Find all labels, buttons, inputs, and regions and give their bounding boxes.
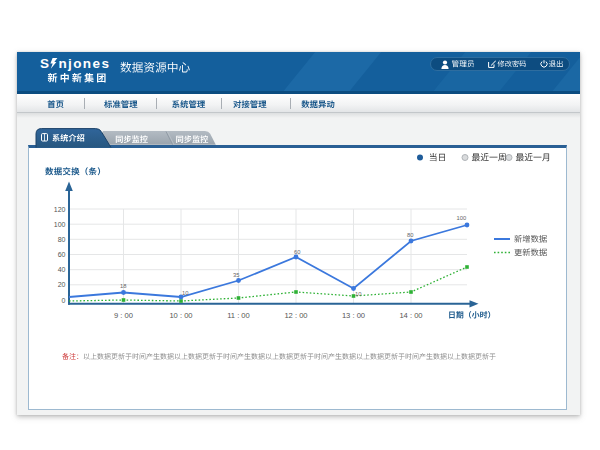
svg-text:12 : 00: 12 : 00 — [284, 311, 307, 320]
svg-text:18: 18 — [120, 283, 126, 289]
svg-text:120: 120 — [54, 206, 66, 213]
svg-text:100: 100 — [457, 215, 467, 221]
svg-text:0: 0 — [62, 297, 66, 304]
svg-text:10: 10 — [182, 290, 188, 296]
svg-text:60: 60 — [294, 249, 300, 255]
svg-text:100: 100 — [54, 221, 66, 228]
svg-text:10: 10 — [355, 291, 361, 297]
svg-text:35: 35 — [233, 272, 239, 278]
svg-text:40: 40 — [58, 266, 66, 273]
svg-text:11 : 00: 11 : 00 — [227, 311, 250, 320]
svg-text:80: 80 — [407, 232, 413, 238]
svg-text:80: 80 — [58, 236, 66, 243]
svg-text:10 : 00: 10 : 00 — [169, 311, 192, 320]
svg-text:20: 20 — [58, 281, 66, 288]
svg-text:14 : 00: 14 : 00 — [399, 311, 422, 320]
svg-text:60: 60 — [58, 251, 66, 258]
svg-text:9 : 00: 9 : 00 — [114, 311, 133, 320]
svg-text:13 : 00: 13 : 00 — [342, 311, 365, 320]
